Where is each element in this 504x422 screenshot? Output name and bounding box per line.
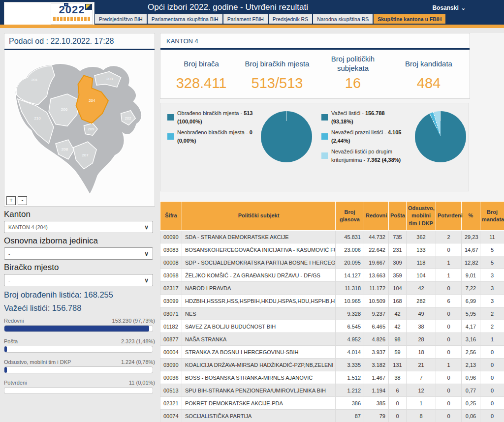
cell-value: 131 [389, 359, 407, 371]
cell-value: 1.467 [364, 371, 389, 384]
cell-value: 3 [480, 269, 504, 282]
cell-value: 12 [407, 384, 436, 397]
table-header-row: ŠifraPolitički subjektBroj glasovaRedovn… [160, 202, 504, 231]
cell-value: 79 [364, 410, 389, 422]
table-row: 03071NES9.3289.237424905,952 [160, 307, 504, 320]
bar-track [4, 366, 153, 373]
chevron-down-icon: ∨ [144, 224, 149, 231]
cell-party-name: POKRET DEMOKRATSKE AKCIJE-PDA [182, 397, 336, 410]
cell-value: 5 [480, 243, 504, 256]
map-zoom-in-button[interactable]: + [6, 196, 16, 205]
cell-code: 03071 [160, 307, 182, 320]
results-table: ŠifraPolitički subjektBroj glasovaRedovn… [160, 201, 504, 422]
main-panel: KANTON 4 Broj birača328.411Broj biračkih… [160, 33, 504, 422]
table-row: 02317NAROD I PRAVDA11.31811.1721044207,2… [160, 282, 504, 295]
logo-subtext-decoration [53, 17, 91, 21]
cell-value: 6 [436, 295, 462, 307]
cell-value: 12,82 [462, 256, 480, 269]
cell-value: 6,99 [462, 295, 480, 307]
table-row: 03083BOSANSKOHERCEGOVAČKA INICIJATIVA - … [160, 243, 504, 256]
cell-value: 14,67 [462, 243, 480, 256]
legend-swatch-icon [167, 114, 174, 121]
map-zoom-controls: + - [4, 195, 155, 207]
table-row: 01182SAVEZ ZA BOLJU BUDUĆNOST BIH6.5456.… [160, 320, 504, 333]
cell-code: 00074 [160, 410, 182, 422]
cell-code: 00008 [160, 256, 182, 269]
cell-party-name: KOALICIJA DRŽAVA-MIRSAD HADŽIKADIĆ-PZP,N… [182, 359, 336, 371]
cell-value: 0 [436, 333, 462, 346]
column-header-2: Broj glasova [336, 202, 364, 231]
stat-value: 16 [315, 75, 391, 91]
legend-label: Neobrađeno biračkih mjesta - [177, 129, 248, 135]
tab-narodna-skup-tina-rs[interactable]: Narodna skupština RS [313, 14, 373, 24]
cell-value: 19.667 [364, 256, 389, 269]
cell-code: 00036 [160, 371, 182, 384]
bar-block-0: Redovni153.230 (97,73%) [4, 318, 155, 332]
cell-value: 104 [407, 269, 436, 282]
tab-skup-tine-kantona-u-fbih[interactable]: Skupštine kantona u FBiH [374, 14, 445, 24]
cell-value: 42 [407, 282, 436, 295]
table-row: 00074SOCIJALISTIČKA PARTIJA87790800,060 [160, 410, 504, 422]
page: Opći izbori 2022. godine - Utvrđeni rezu… [0, 0, 504, 422]
cell-code: 03068 [160, 269, 182, 282]
cell-value: 5 [480, 256, 504, 269]
cell-value: 231 [389, 243, 407, 256]
filter-select-1[interactable]: -∨ [4, 247, 153, 260]
filter-select-0[interactable]: KANTON 4 (204)∨ [4, 221, 153, 233]
bar-value: 1.224 (0,78%) [121, 359, 155, 365]
tab-predsjednik-rs[interactable]: Predsjednik RS [269, 14, 312, 24]
table-row: 03090KOALICIJA DRŽAVA-MIRSAD HADŽIKADIĆ-… [160, 359, 504, 371]
cell-code: 00090 [160, 231, 182, 243]
column-header-7: % [462, 202, 480, 231]
map-zoom-out-button[interactable]: - [18, 196, 27, 205]
cell-value: 49 [407, 307, 436, 320]
cell-value: 735 [389, 231, 407, 243]
bar-label: Pošta [4, 338, 18, 344]
cell-value: 0 [480, 410, 504, 422]
tab-parlamentarna-skup-tina-bih[interactable]: Parlamentarna skupština BiH [148, 14, 222, 24]
filter-select-value-1: - [8, 251, 10, 257]
stat-label: Broj kandidata [391, 55, 467, 73]
cell-party-name: SPU BIH-STRANKA PENZIONERA/UMIROVLJENIKA… [182, 384, 336, 397]
ballot-box-icon [64, 3, 68, 6]
cell-code: 02321 [160, 397, 182, 410]
cell-value: 23.006 [336, 243, 364, 256]
legend-item: Nevažeći listići po drugim kriterijumima… [321, 148, 408, 164]
ballots-pie-block: Važeći listići - 156.788 (93,18%)Nevažeć… [315, 103, 469, 191]
filter-select-2[interactable]: -∨ [4, 274, 153, 286]
tab-predsjedni-tvo-bih[interactable]: Predsjedništvo BiH [95, 14, 147, 24]
bar-value: 11 (0,01%) [129, 380, 155, 386]
cell-value: 2,13 [462, 359, 480, 371]
bar-track [4, 325, 153, 332]
cell-value: 3 [480, 282, 504, 295]
tab-parlament-fbih[interactable]: Parlament FBiH [223, 14, 268, 24]
bih-cantons-map[interactable]: 201210206204203202208207209 [4, 50, 154, 195]
stat-label: Broj političkih subjekata [315, 55, 391, 73]
map-svg[interactable]: 201210206204203202208207209 [4, 50, 154, 194]
cell-value: 0,77 [462, 384, 480, 397]
cell-value: 22.642 [364, 243, 389, 256]
cell-value: 0 [436, 320, 462, 333]
cell-value: 1.194 [364, 384, 389, 397]
cell-value: 0 [389, 410, 407, 422]
election-2022-logo: 2022 [51, 3, 93, 25]
cell-value: 0 [436, 371, 462, 384]
cell-value: 20.095 [336, 256, 364, 269]
filters: KantonKANTON 4 (204)∨Osnovna izborna jed… [4, 210, 155, 286]
cell-value: 1 [436, 256, 462, 269]
valid-ballots-summary: Važeći listići: 156.788 [4, 303, 155, 313]
cell-value: 1 [480, 333, 504, 346]
chevron-down-icon: ∨ [144, 250, 149, 257]
cell-value: 44.732 [364, 231, 389, 243]
bar-block-2: Odsustvo, mobilni tim i DKP1.224 (0,78%) [4, 359, 155, 373]
legend-item: Važeći listići - 156.788 (93,18%) [321, 109, 408, 125]
cell-value: 0 [480, 397, 504, 410]
language-selector[interactable]: Bosanski⌄ [432, 4, 466, 11]
cell-value: 8 [407, 410, 436, 422]
cell-value: 0 [436, 384, 462, 397]
cell-value: 1.512 [336, 371, 364, 384]
legend-label: Važeći listići - [331, 110, 364, 116]
cell-value: 9.328 [336, 307, 364, 320]
cell-value: 133 [407, 243, 436, 256]
filter-label-2: Biračko mjesto [4, 263, 155, 272]
